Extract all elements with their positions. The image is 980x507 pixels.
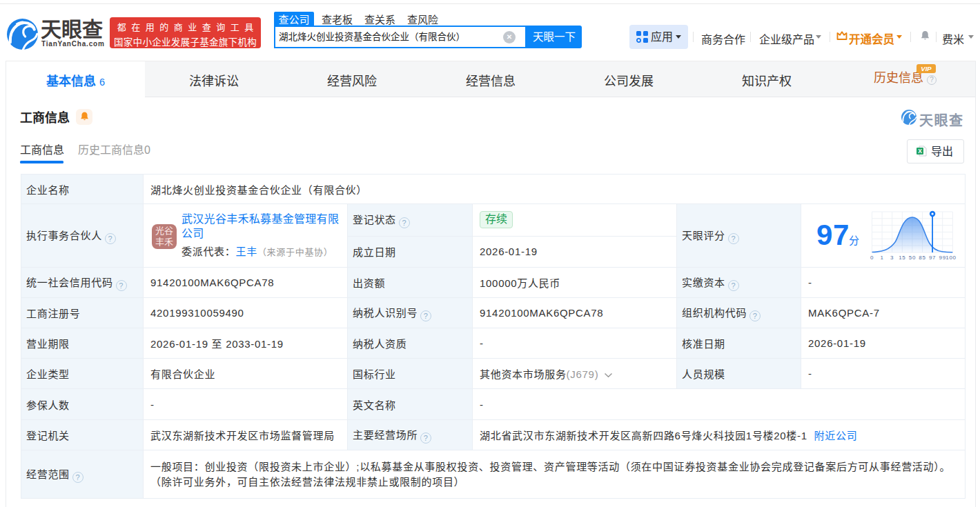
svg-text:97: 97	[929, 255, 936, 261]
svg-text:0: 0	[870, 255, 874, 261]
svg-text:15: 15	[899, 255, 905, 261]
svg-text:1: 1	[881, 255, 884, 261]
svg-text:100: 100	[945, 255, 956, 261]
svg-text:85: 85	[919, 255, 925, 261]
svg-text:X: X	[918, 148, 922, 155]
svg-text:50: 50	[909, 255, 916, 261]
svg-text:3: 3	[890, 255, 894, 261]
